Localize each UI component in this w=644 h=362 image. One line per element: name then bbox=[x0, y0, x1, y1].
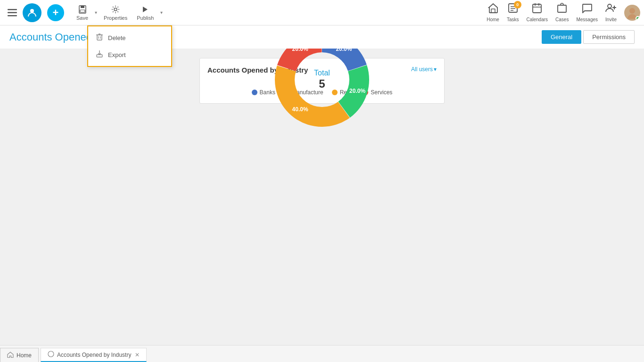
delete-icon bbox=[96, 33, 103, 42]
report-tab-icon bbox=[48, 351, 54, 359]
save-button[interactable]: Save bbox=[72, 3, 93, 23]
bottom-tab-report[interactable]: Accounts Opened by Industry ✕ bbox=[41, 348, 147, 362]
segment-label-banks: 20.0% bbox=[336, 49, 352, 52]
tab-general[interactable]: General bbox=[542, 30, 581, 44]
chevron-down-icon: ▾ bbox=[434, 66, 437, 73]
svg-rect-1 bbox=[8, 12, 17, 13]
svg-rect-5 bbox=[81, 6, 84, 8]
nav-invite[interactable]: Invite bbox=[605, 3, 617, 22]
save-dropdown-menu: Delete Export bbox=[87, 25, 172, 67]
toolbar-actions: Save ▾ Properties Publish ▾ bbox=[72, 3, 165, 23]
properties-group: Properties bbox=[99, 3, 132, 23]
svg-rect-9 bbox=[491, 9, 495, 13]
publish-button[interactable]: Publish bbox=[132, 3, 158, 23]
svg-point-3 bbox=[30, 9, 34, 13]
all-users-link[interactable]: All users ▾ bbox=[411, 66, 437, 73]
svg-rect-6 bbox=[80, 10, 85, 12]
tab-permissions[interactable]: Permissions bbox=[583, 30, 635, 44]
online-indicator bbox=[636, 16, 640, 21]
nav-messages[interactable]: Messages bbox=[576, 3, 598, 22]
svg-point-19 bbox=[608, 4, 611, 8]
add-button[interactable]: + bbox=[47, 4, 64, 21]
header-tabs: General Permissions bbox=[542, 30, 635, 44]
nav-left: + Save ▾ Properties bbox=[4, 3, 165, 23]
nav-tasks[interactable]: 0 Tasks bbox=[507, 3, 519, 22]
svg-point-7 bbox=[114, 8, 117, 11]
svg-rect-0 bbox=[8, 9, 17, 10]
bottom-tab-home[interactable]: Home bbox=[0, 348, 39, 362]
export-icon bbox=[96, 50, 103, 59]
svg-point-22 bbox=[629, 8, 635, 14]
bottom-tabs: Home Accounts Opened by Industry ✕ bbox=[0, 345, 644, 362]
svg-rect-14 bbox=[533, 4, 541, 13]
hamburger-button[interactable] bbox=[4, 4, 21, 21]
chart-card: Accounts Opened by Industry All users ▾ bbox=[199, 58, 445, 104]
segment-retail bbox=[275, 66, 350, 127]
content-area: Accounts Opened General Permissions Acco… bbox=[0, 25, 644, 345]
nav-right: Home 0 Tasks Calendars Cases bbox=[487, 3, 640, 22]
delete-menu-item[interactable]: Delete bbox=[88, 29, 171, 46]
donut-chart: 20.0%20.0%40.0%20.0% bbox=[256, 49, 388, 146]
nav-cases[interactable]: Cases bbox=[555, 3, 569, 22]
main-content: Accounts Opened by Industry All users ▾ bbox=[0, 49, 644, 345]
save-group: Save ▾ bbox=[72, 3, 99, 23]
publish-dropdown-arrow[interactable]: ▾ bbox=[158, 3, 165, 23]
segment-label-services: 20.0% bbox=[292, 49, 308, 52]
nav-home[interactable]: Home bbox=[487, 3, 499, 22]
svg-point-29 bbox=[48, 351, 54, 357]
segment-label-manufacture: 20.0% bbox=[349, 88, 365, 94]
page-title: Accounts Opened bbox=[9, 31, 92, 43]
report-tab-close[interactable]: ✕ bbox=[135, 352, 140, 358]
svg-rect-18 bbox=[558, 5, 566, 12]
report-tab-label: Accounts Opened by Industry bbox=[57, 352, 131, 358]
home-tab-icon bbox=[7, 352, 14, 359]
save-dropdown-arrow[interactable]: ▾ bbox=[93, 3, 99, 23]
nav-calendars[interactable]: Calendars bbox=[526, 3, 548, 22]
top-navbar: + Save ▾ Properties bbox=[0, 0, 644, 25]
properties-button[interactable]: Properties bbox=[99, 3, 132, 23]
svg-marker-8 bbox=[143, 7, 148, 12]
home-tab-label: Home bbox=[17, 352, 32, 359]
export-menu-item[interactable]: Export bbox=[88, 46, 171, 63]
logo-button[interactable] bbox=[23, 3, 41, 22]
segment-label-retail: 40.0% bbox=[292, 106, 308, 113]
user-avatar[interactable] bbox=[624, 5, 640, 21]
svg-rect-23 bbox=[97, 35, 102, 40]
publish-group: Publish ▾ bbox=[132, 3, 165, 23]
svg-rect-2 bbox=[8, 15, 17, 16]
